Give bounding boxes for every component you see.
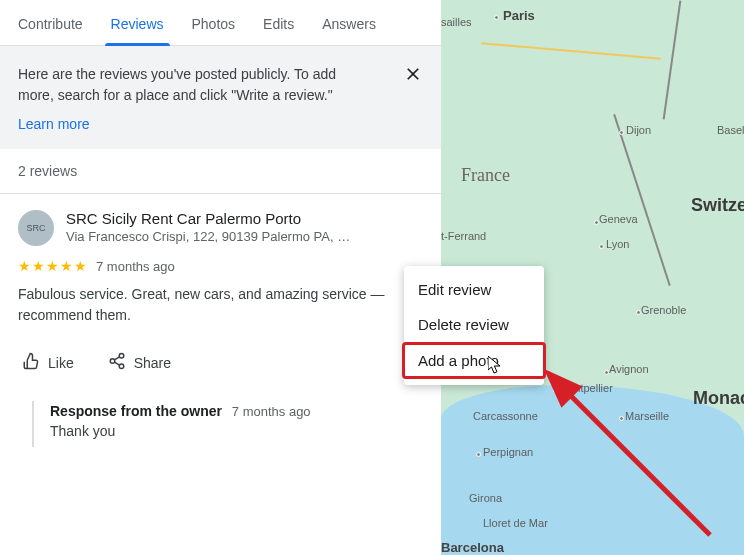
tab-contribute[interactable]: Contribute (4, 3, 97, 45)
menu-delete-review[interactable]: Delete review (404, 307, 544, 342)
share-label: Share (134, 355, 171, 371)
map-city-barcelona[interactable]: Barcelona (441, 540, 504, 555)
map-city-paris[interactable]: Paris (503, 8, 535, 23)
map-label-monaco: Monaco (693, 388, 744, 409)
map-city-geneva[interactable]: Geneva (599, 213, 638, 225)
tab-reviews[interactable]: Reviews (97, 3, 178, 45)
map-city-dijon[interactable]: Dijon (626, 124, 651, 136)
map-city-lyon[interactable]: Lyon (606, 238, 629, 250)
menu-edit-review[interactable]: Edit review (404, 272, 544, 307)
review-time: 7 months ago (96, 259, 175, 274)
share-button[interactable]: Share (104, 346, 175, 379)
map-city-lloret[interactable]: Lloret de Mar (483, 517, 548, 529)
review-count: 2 reviews (0, 149, 441, 194)
tab-answers[interactable]: Answers (308, 3, 390, 45)
map-city-basel[interactable]: Basel (717, 124, 744, 136)
svg-point-1 (110, 359, 115, 364)
like-label: Like (48, 355, 74, 371)
owner-response-body: Thank you (50, 423, 423, 439)
map-city-marseille[interactable]: Marseille (625, 410, 669, 422)
map-city-carcassonne[interactable]: Carcassonne (473, 410, 538, 422)
map-city-girona[interactable]: Girona (469, 492, 502, 504)
map-city-grenoble[interactable]: Grenoble (641, 304, 686, 316)
tabs-bar: Contribute Reviews Photos Edits Answers (0, 0, 441, 46)
svg-point-0 (119, 354, 124, 359)
tab-edits[interactable]: Edits (249, 3, 308, 45)
cursor-icon (488, 356, 504, 378)
map-label-france: France (461, 165, 510, 186)
place-title[interactable]: SRC Sicily Rent Car Palermo Porto (66, 210, 423, 227)
map-city-ferrand[interactable]: t-Ferrand (441, 230, 486, 242)
like-button[interactable]: Like (18, 346, 78, 379)
place-address: Via Francesco Crispi, 122, 90139 Palermo… (66, 229, 406, 244)
map-city-avignon[interactable]: Avignon (609, 363, 649, 375)
map-city-versailles[interactable]: sailles (441, 16, 472, 28)
owner-response-time: 7 months ago (232, 404, 311, 419)
map-label-switzerland: Switzer (691, 195, 744, 216)
avatar[interactable]: SRC (18, 210, 54, 246)
share-icon (108, 352, 126, 373)
review-context-menu: Edit review Delete review Add a photo (404, 266, 544, 385)
review-card: SRC SRC Sicily Rent Car Palermo Porto Vi… (0, 194, 441, 447)
map-city-perpignan[interactable]: Perpignan (483, 446, 533, 458)
svg-point-2 (119, 364, 124, 369)
menu-add-photo[interactable]: Add a photo (402, 342, 546, 379)
notice-text: Here are the reviews you've posted publi… (18, 64, 358, 106)
learn-more-link[interactable]: Learn more (18, 116, 90, 132)
owner-response: Response from the owner 7 months ago Tha… (32, 401, 423, 447)
public-reviews-notice: Here are the reviews you've posted publi… (0, 46, 441, 149)
close-icon[interactable] (403, 64, 423, 84)
star-rating: ★★★★★ (18, 258, 88, 274)
thumb-up-icon (22, 352, 40, 373)
tab-photos[interactable]: Photos (178, 3, 250, 45)
map-city-montpellier[interactable]: Montpellier (559, 382, 613, 394)
review-body: Fabulous service. Great, new cars, and a… (18, 284, 423, 326)
owner-response-label: Response from the owner (50, 403, 222, 419)
